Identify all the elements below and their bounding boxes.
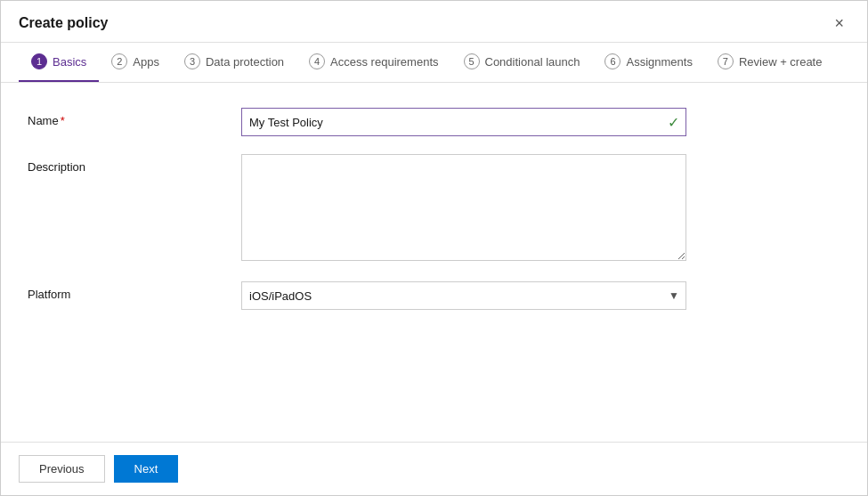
tab-access-requirements-number: 4 bbox=[309, 53, 325, 69]
name-input[interactable] bbox=[241, 108, 686, 136]
name-field-wrapper: ✓ bbox=[241, 108, 686, 136]
create-policy-dialog: Create policy × 1 Basics 2 Apps 3 Data p… bbox=[0, 0, 868, 496]
tab-access-requirements-label: Access requirements bbox=[330, 55, 438, 69]
tab-assignments[interactable]: 6 Assignments bbox=[592, 43, 704, 82]
tab-conditional-launch-number: 5 bbox=[464, 53, 480, 69]
tab-assignments-number: 6 bbox=[604, 53, 621, 69]
next-button[interactable]: Next bbox=[114, 455, 179, 483]
tab-data-protection[interactable]: 3 Data protection bbox=[172, 43, 296, 82]
name-required-star: * bbox=[61, 114, 65, 127]
tab-basics-number: 1 bbox=[31, 53, 47, 69]
platform-select[interactable]: iOS/iPadOS Android Windows bbox=[241, 281, 686, 310]
tab-data-protection-number: 3 bbox=[184, 53, 200, 69]
description-label: Description bbox=[28, 154, 241, 174]
tab-review-create-label: Review + create bbox=[739, 55, 823, 69]
tab-access-requirements[interactable]: 4 Access requirements bbox=[296, 43, 450, 82]
form-content: Name* ✓ Description Platform iOS/i bbox=[1, 83, 867, 442]
tab-apps-label: Apps bbox=[133, 55, 159, 69]
dialog-footer: Previous Next bbox=[1, 442, 867, 495]
tab-conditional-launch[interactable]: 5 Conditional launch bbox=[451, 43, 593, 82]
name-label: Name* bbox=[28, 108, 241, 127]
tab-review-create-number: 7 bbox=[718, 53, 734, 69]
tab-apps[interactable]: 2 Apps bbox=[99, 43, 172, 82]
platform-label: Platform bbox=[28, 281, 241, 301]
tab-basics-label: Basics bbox=[53, 55, 86, 69]
tab-basics[interactable]: 1 Basics bbox=[19, 43, 99, 82]
close-button[interactable]: × bbox=[829, 13, 849, 33]
tab-conditional-launch-label: Conditional launch bbox=[485, 55, 580, 69]
dialog-title: Create policy bbox=[19, 15, 108, 31]
tab-data-protection-label: Data protection bbox=[206, 55, 284, 69]
description-field-wrapper bbox=[241, 154, 686, 264]
name-input-wrapper: ✓ bbox=[241, 108, 686, 136]
name-row: Name* ✓ bbox=[28, 108, 840, 136]
platform-select-wrapper: iOS/iPadOS Android Windows ▼ bbox=[241, 281, 686, 310]
tab-review-create[interactable]: 7 Review + create bbox=[705, 43, 835, 82]
platform-field-wrapper: iOS/iPadOS Android Windows ▼ bbox=[241, 281, 686, 310]
previous-button[interactable]: Previous bbox=[19, 455, 105, 483]
description-row: Description bbox=[28, 154, 840, 264]
platform-row: Platform iOS/iPadOS Android Windows ▼ bbox=[28, 281, 840, 310]
description-input[interactable] bbox=[241, 154, 686, 261]
tab-apps-number: 2 bbox=[111, 53, 127, 69]
tabs-bar: 1 Basics 2 Apps 3 Data protection 4 Acce… bbox=[1, 43, 867, 83]
dialog-header: Create policy × bbox=[1, 1, 867, 43]
tab-assignments-label: Assignments bbox=[626, 55, 692, 69]
